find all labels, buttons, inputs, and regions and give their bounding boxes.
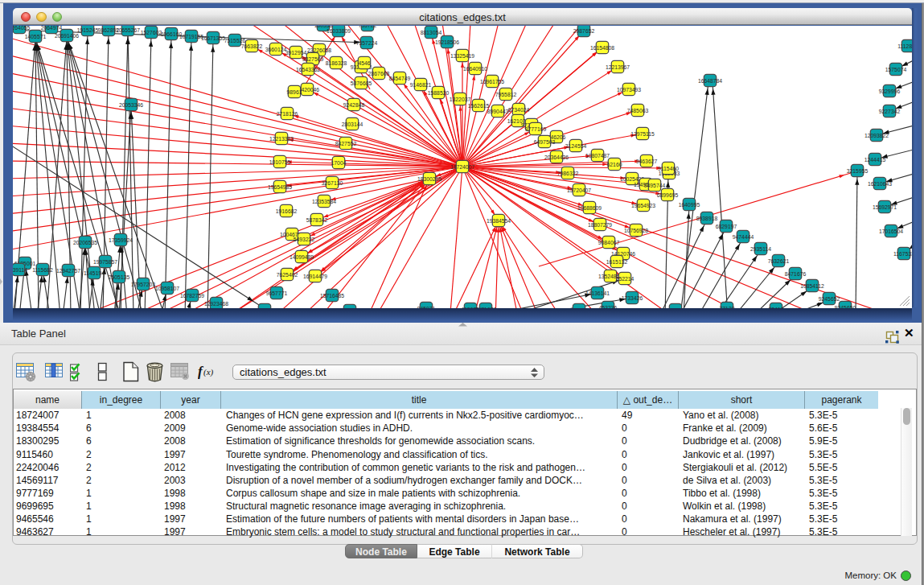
svg-text:5878342: 5878342 — [306, 217, 328, 223]
svg-text:9327509: 9327509 — [302, 56, 324, 62]
svg-text:9463627: 9463627 — [636, 159, 658, 164]
svg-text:10854112: 10854112 — [800, 283, 824, 289]
svg-text:12213967: 12213967 — [606, 64, 630, 70]
svg-text:2803144: 2803144 — [342, 122, 363, 127]
svg-text:15692971: 15692971 — [873, 204, 897, 210]
svg-text:1915245: 1915245 — [77, 27, 99, 33]
svg-text:6734024: 6734024 — [508, 107, 530, 113]
svg-text:17004: 17004 — [331, 160, 347, 166]
svg-text:845071: 845071 — [417, 306, 436, 308]
svg-text:88412: 88412 — [769, 307, 784, 308]
svg-text:17016504: 17016504 — [879, 229, 903, 234]
svg-text:13975115: 13975115 — [630, 131, 655, 137]
svg-text:1322037: 1322037 — [450, 97, 471, 102]
svg-text:1640995: 1640995 — [679, 202, 700, 208]
svg-text:1527602: 1527602 — [141, 30, 162, 35]
svg-text:2718126: 2718126 — [277, 111, 298, 117]
svg-text:6829197: 6829197 — [716, 224, 737, 229]
svg-text:16782759: 16782759 — [180, 293, 204, 299]
svg-text:8186328: 8186328 — [326, 60, 347, 66]
svg-text:8990443: 8990443 — [487, 109, 509, 114]
svg-text:9657771: 9657771 — [266, 290, 288, 296]
svg-text:17957203: 17957203 — [131, 282, 155, 287]
svg-text:8454749: 8454749 — [389, 76, 411, 81]
svg-text:252214: 252214 — [616, 276, 634, 282]
svg-text:16648784: 16648784 — [698, 78, 722, 84]
svg-text:5876685: 5876685 — [351, 80, 372, 86]
svg-text:10973493: 10973493 — [617, 87, 641, 93]
svg-text:9245652: 9245652 — [819, 296, 840, 302]
svg-text:3124554: 3124554 — [565, 143, 587, 149]
svg-text:1167533: 1167533 — [893, 251, 912, 257]
svg-text:16543362: 16543362 — [296, 67, 320, 72]
svg-text:9115460: 9115460 — [658, 166, 679, 171]
svg-text:20053346: 20053346 — [119, 102, 143, 108]
svg-text:1962342: 1962342 — [254, 307, 276, 308]
svg-text:10807487: 10807487 — [585, 153, 610, 159]
svg-text:2087652: 2087652 — [573, 28, 595, 34]
svg-text:8471676: 8471676 — [475, 307, 497, 308]
svg-text:9329996: 9329996 — [879, 89, 901, 94]
svg-text:7955812: 7955812 — [495, 92, 517, 97]
svg-text:19384554: 19384554 — [487, 218, 511, 224]
svg-text:9227342: 9227342 — [879, 109, 901, 114]
svg-text:98961: 98961 — [287, 89, 302, 95]
svg-text:12093822: 12093822 — [864, 133, 889, 138]
svg-text:9777169: 9777169 — [525, 126, 547, 132]
svg-text:10958107: 10958107 — [155, 286, 179, 291]
svg-text:15720407: 15720407 — [567, 187, 591, 193]
svg-text:14136141: 14136141 — [585, 290, 610, 296]
svg-text:10756928: 10756928 — [624, 228, 648, 233]
svg-text:1115682: 1115682 — [32, 267, 53, 273]
svg-text:7485063: 7485063 — [627, 108, 649, 113]
svg-text:735722: 735722 — [359, 26, 377, 28]
svg-text:2935114: 2935114 — [750, 246, 771, 252]
svg-text:9084067: 9084067 — [598, 240, 620, 245]
svg-text:17359924: 17359924 — [109, 237, 133, 243]
svg-text:6497503: 6497503 — [534, 139, 556, 145]
svg-text:2264055: 2264055 — [13, 26, 30, 31]
svg-text:1244415: 1244415 — [864, 157, 886, 163]
svg-text:19654985: 19654985 — [268, 184, 292, 190]
svg-text:13325419: 13325419 — [450, 53, 474, 59]
svg-text:8938918: 8938918 — [696, 216, 718, 221]
svg-text:1145194: 1145194 — [84, 270, 105, 276]
svg-text:2064974: 2064974 — [41, 26, 63, 31]
svg-text:18807279: 18807279 — [588, 222, 612, 228]
svg-text:23226058: 23226058 — [307, 47, 331, 53]
svg-text:19218506: 19218506 — [435, 39, 459, 45]
svg-text:9245650: 9245650 — [835, 305, 856, 308]
svg-text:16640910: 16640910 — [463, 66, 487, 72]
svg-text:15716485: 15716485 — [320, 293, 344, 299]
svg-text:16154808: 16154808 — [590, 45, 614, 51]
svg-text:4546: 4546 — [358, 60, 370, 66]
svg-text:16914479: 16914479 — [303, 274, 327, 279]
svg-text:9146821: 9146821 — [410, 82, 432, 88]
svg-text:1615132: 1615132 — [606, 259, 628, 265]
svg-text:19975857: 19975857 — [93, 259, 117, 265]
svg-text:8427552: 8427552 — [335, 141, 357, 146]
svg-text:7357224: 7357224 — [356, 40, 378, 46]
svg-text:16671355: 16671355 — [201, 35, 225, 41]
svg-text:8813054: 8813054 — [421, 30, 442, 35]
svg-text:8471676: 8471676 — [785, 271, 807, 277]
svg-text:16210643: 16210643 — [868, 181, 892, 187]
svg-text:10688609: 10688609 — [577, 205, 602, 211]
svg-text:2867608: 2867608 — [368, 71, 390, 76]
svg-text:5493222: 5493222 — [294, 237, 315, 242]
svg-text:18724007: 18724007 — [450, 164, 474, 170]
svg-text:19654923: 19654923 — [631, 203, 655, 208]
svg-text:1112873: 1112873 — [897, 43, 912, 49]
svg-text:20691406: 20691406 — [55, 33, 79, 39]
svg-text:3660124: 3660124 — [265, 47, 287, 52]
svg-text:453236: 453236 — [599, 305, 618, 308]
svg-text:1010755: 1010755 — [269, 159, 291, 165]
svg-text:7632621: 7632621 — [768, 258, 790, 264]
svg-text:1405571: 1405571 — [25, 34, 47, 39]
svg-text:14099489: 14099489 — [290, 254, 314, 260]
svg-text:(x): (x) — [203, 367, 214, 377]
svg-text:9495744: 9495744 — [644, 183, 666, 188]
svg-text:7986322: 7986322 — [557, 171, 579, 176]
svg-text:1733426: 1733426 — [622, 295, 643, 301]
svg-text:3215955: 3215955 — [847, 168, 869, 174]
